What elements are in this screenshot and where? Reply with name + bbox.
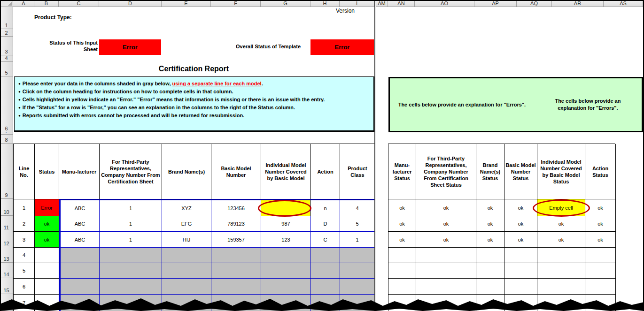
col-header-individual-model[interactable]: Individual Model Number Covered by Basic… — [261, 144, 311, 199]
column-header-I[interactable]: I — [340, 0, 374, 7]
cell-line-no[interactable]: 4 — [14, 248, 35, 263]
cell-company-number-status[interactable]: ok — [416, 216, 476, 232]
row-header-5[interactable]: 5 — [0, 62, 13, 76]
column-header-D[interactable]: D — [99, 0, 162, 7]
cell-input-empty[interactable] — [340, 263, 375, 279]
cell-company-number[interactable]: 1 — [100, 216, 162, 232]
cell-brand-name[interactable]: XYZ — [162, 199, 211, 216]
row-header-12[interactable]: 12 — [0, 231, 13, 247]
column-header-F[interactable]: F — [211, 0, 261, 7]
column-header-C[interactable]: C — [59, 0, 99, 7]
cell-input-empty[interactable] — [340, 248, 375, 263]
column-header-A[interactable]: A — [13, 0, 34, 7]
cell-product-class[interactable]: 1 — [340, 232, 375, 248]
column-header-AR[interactable]: AR — [552, 0, 604, 7]
column-header-AN[interactable]: AN — [388, 0, 415, 7]
cell-line-no[interactable]: 7 — [14, 295, 35, 311]
cell-individual-model-status[interactable]: ok — [537, 232, 585, 248]
col-header-brand-name[interactable]: Brand Name(s) — [162, 144, 211, 199]
cell-input-empty[interactable] — [100, 248, 162, 263]
cell-line-no[interactable]: 2 — [14, 216, 35, 232]
cell-empty[interactable] — [476, 263, 504, 279]
cell-action[interactable]: D — [311, 216, 340, 232]
cell-input-empty[interactable] — [261, 263, 311, 279]
col-header-manufacturer[interactable]: Manu-facturer — [59, 144, 100, 199]
column-header-AS[interactable]: AS — [604, 0, 643, 7]
cell-empty[interactable] — [585, 263, 616, 279]
cell-individual-model[interactable]: 987 — [261, 216, 311, 232]
row-header-11[interactable]: 11 — [0, 216, 13, 231]
cell-status-ok[interactable]: ok — [35, 232, 59, 248]
cell-input-empty[interactable] — [261, 248, 311, 263]
cell-manufacturer[interactable]: ABC — [59, 199, 100, 216]
cell-empty[interactable] — [388, 248, 416, 263]
cell-input-empty[interactable] — [311, 263, 340, 279]
cell-input-empty[interactable] — [59, 295, 100, 311]
column-header-AO[interactable]: AO — [415, 0, 474, 7]
col-header-company-number-status[interactable]: For Third-Party Representatives, Company… — [416, 144, 476, 199]
col-header-basic-model-status[interactable]: Basic Model Number Status — [504, 144, 537, 199]
cell-action-status[interactable]: ok — [585, 232, 616, 248]
row-header-8[interactable]: 8 — [0, 135, 13, 144]
cell-brand-name[interactable]: EFG — [162, 216, 211, 232]
col-header-brand-name-status[interactable]: Brand Name(s) Status — [476, 144, 504, 199]
cell-empty[interactable] — [585, 279, 616, 295]
row-header-15[interactable]: 15 — [0, 278, 13, 294]
cell-input-empty[interactable] — [100, 295, 162, 311]
row-header-16[interactable]: 16 — [0, 294, 13, 311]
cell-line-no[interactable]: 6 — [14, 279, 35, 295]
row-header-10[interactable]: 10 — [0, 199, 13, 216]
row-header-2[interactable]: 2 — [0, 29, 13, 37]
cell-basic-model-status[interactable]: ok — [504, 232, 537, 248]
cell-line-no[interactable]: 5 — [14, 263, 35, 279]
cell-input-empty[interactable] — [211, 263, 261, 279]
col-header-line-no[interactable]: Line No. — [14, 144, 35, 199]
row-header-9[interactable]: 9 — [0, 144, 13, 199]
cell-empty[interactable] — [476, 295, 504, 311]
cell-empty[interactable] — [504, 279, 537, 295]
separate-line-link[interactable]: using a separate line for each model — [172, 81, 262, 86]
cell-empty[interactable] — [388, 279, 416, 295]
cell-input-empty[interactable] — [162, 248, 211, 263]
cell-empty[interactable] — [537, 279, 585, 295]
cell-manufacturer-status[interactable]: ok — [388, 232, 416, 248]
cell-empty[interactable] — [537, 295, 585, 311]
cell-input-empty[interactable] — [211, 248, 261, 263]
cell-action[interactable]: C — [311, 232, 340, 248]
cell-empty[interactable] — [416, 248, 476, 263]
cell-action[interactable]: n — [311, 199, 340, 216]
cell-empty[interactable] — [504, 295, 537, 311]
cell-basic-model[interactable]: 789123 — [211, 216, 261, 232]
cell-brand-name[interactable]: HIJ — [162, 232, 211, 248]
col-header-manufacturer-status[interactable]: Manu-facturer Status — [388, 144, 416, 199]
column-header-H[interactable]: H — [310, 0, 340, 7]
cell-brand-name-status[interactable]: ok — [476, 216, 504, 232]
cell-company-number[interactable]: 1 — [100, 199, 162, 216]
row-header-6[interactable]: 6 — [0, 76, 13, 132]
cell-input-empty[interactable] — [261, 295, 311, 311]
cell-empty[interactable] — [476, 279, 504, 295]
column-header-AP[interactable]: AP — [474, 0, 517, 7]
column-header-AQ[interactable]: AQ — [517, 0, 552, 7]
cell-input-empty[interactable] — [311, 295, 340, 311]
col-header-action-status[interactable]: Action Status — [585, 144, 616, 199]
cell-empty[interactable] — [416, 295, 476, 311]
cell-input-empty[interactable] — [211, 295, 261, 311]
cell-line-no[interactable]: 3 — [14, 232, 35, 248]
cell-line-no[interactable]: 1 — [14, 199, 35, 216]
cell-empty[interactable] — [504, 248, 537, 263]
cell-empty[interactable] — [537, 248, 585, 263]
cell-product-class[interactable]: 4 — [340, 199, 375, 216]
cell-empty[interactable] — [504, 263, 537, 279]
cell-empty[interactable] — [585, 248, 616, 263]
cell-empty[interactable] — [476, 248, 504, 263]
cell-input-empty[interactable] — [59, 279, 100, 295]
cell-product-class[interactable]: 5 — [340, 216, 375, 232]
cell-input-empty[interactable] — [59, 263, 100, 279]
col-header-basic-model[interactable]: Basic Model Number — [211, 144, 261, 199]
cell-basic-model-status[interactable]: ok — [504, 216, 537, 232]
cell-empty[interactable] — [416, 263, 476, 279]
cell-manufacturer[interactable]: ABC — [59, 232, 100, 248]
cell-individual-model[interactable]: 123 — [261, 232, 311, 248]
cell-empty[interactable] — [585, 295, 616, 311]
